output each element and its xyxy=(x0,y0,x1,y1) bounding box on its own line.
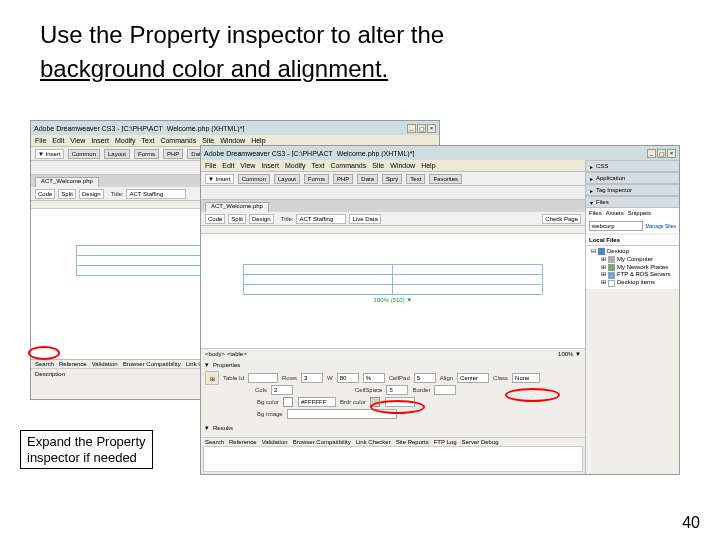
close-icon[interactable]: × xyxy=(427,124,436,133)
border-input[interactable] xyxy=(434,385,456,395)
cellpad-input[interactable]: 5 xyxy=(414,373,436,383)
lower-tab[interactable]: Reference xyxy=(59,361,87,367)
title-input[interactable]: ACT Staffing xyxy=(126,189,186,199)
tree-node[interactable]: ⊞FTP & RDS Servers xyxy=(589,271,676,279)
design-view-button[interactable]: Design xyxy=(249,214,274,224)
results-tab[interactable]: Validation xyxy=(262,439,288,445)
menu-item[interactable]: Insert xyxy=(261,162,279,169)
chevron-down-icon[interactable]: ▾ xyxy=(205,361,209,369)
close-icon[interactable]: × xyxy=(667,149,676,158)
files-tab[interactable]: Snippets xyxy=(628,210,651,217)
menu-item[interactable]: File xyxy=(35,137,46,144)
insert-tab[interactable]: Forms xyxy=(304,174,329,184)
insert-tab[interactable]: Favorites xyxy=(429,174,462,184)
results-tab[interactable]: Reference xyxy=(229,439,257,445)
title-input[interactable]: ACT Staffing xyxy=(296,214,346,224)
tree-node[interactable]: ⊞Desktop items xyxy=(589,279,676,287)
zoom-indicator[interactable]: 100% ▼ xyxy=(558,351,581,357)
code-view-button[interactable]: Code xyxy=(35,189,55,199)
menu-item[interactable]: Edit xyxy=(222,162,234,169)
site-select[interactable]: webcorp xyxy=(589,221,643,231)
tag-selector[interactable]: <body> <table> xyxy=(205,351,247,357)
panel-header-application[interactable]: ▸Application xyxy=(586,172,679,184)
lower-tab[interactable]: Browser Compatibility xyxy=(123,361,181,367)
w-input[interactable]: 80 xyxy=(337,373,359,383)
lower-tab[interactable]: Search xyxy=(35,361,54,367)
insert-tab[interactable]: Spry xyxy=(382,174,402,184)
menu-item[interactable]: File xyxy=(205,162,216,169)
check-page-button[interactable]: Check Page xyxy=(542,214,581,224)
design-view-button[interactable]: Design xyxy=(79,189,104,199)
menu-item[interactable]: Help xyxy=(251,137,265,144)
bgcolor-swatch[interactable] xyxy=(283,397,293,407)
tree-node[interactable]: ⊞My Network Places xyxy=(589,264,676,272)
menu-item[interactable]: Modify xyxy=(115,137,136,144)
menu-item[interactable]: Text xyxy=(312,162,325,169)
panel-header-css[interactable]: ▸CSS xyxy=(586,160,679,172)
insert-tab[interactable]: Forms xyxy=(134,149,159,159)
split-view-button[interactable]: Split xyxy=(58,189,76,199)
results-tab[interactable]: Site Reports xyxy=(396,439,429,445)
panel-header-taginspector[interactable]: ▸Tag Inspector xyxy=(586,184,679,196)
insert-tab[interactable]: Layout xyxy=(274,174,300,184)
insert-tab[interactable]: Layout xyxy=(104,149,130,159)
menu-item[interactable]: Window xyxy=(220,137,245,144)
files-tab[interactable]: Files xyxy=(589,210,602,217)
insert-panel-toggle[interactable]: ▼ Insert xyxy=(205,174,234,184)
insert-tab[interactable]: Common xyxy=(238,174,270,184)
manage-sites-link[interactable]: Manage Sites xyxy=(645,221,676,231)
live-data-button[interactable]: Live Data xyxy=(349,214,380,224)
menu-item[interactable]: Modify xyxy=(285,162,306,169)
chevron-down-icon[interactable]: ▾ xyxy=(205,424,209,432)
doc-tab[interactable]: ACT_Welcome.php xyxy=(205,202,269,212)
files-tab[interactable]: Assets xyxy=(606,210,624,217)
results-tab[interactable]: Server Debug xyxy=(462,439,499,445)
bgimage-input[interactable] xyxy=(287,409,397,419)
cellspace-input[interactable]: 5 xyxy=(386,385,408,395)
align-select[interactable]: Center xyxy=(457,373,489,383)
menu-item[interactable]: View xyxy=(70,137,85,144)
menu-item[interactable]: Text xyxy=(142,137,155,144)
results-tab[interactable]: FTP Log xyxy=(434,439,457,445)
bgcolor-input[interactable]: #FFFFFF xyxy=(298,397,336,407)
insert-tab[interactable]: PHP xyxy=(163,149,183,159)
insert-tab[interactable]: Data xyxy=(357,174,378,184)
right-design-canvas[interactable]: 100% (510) ▼ xyxy=(201,226,585,348)
split-view-button[interactable]: Split xyxy=(228,214,246,224)
table-on-canvas[interactable]: 100% (510) ▼ xyxy=(243,264,543,303)
doc-tab[interactable]: ACT_Welcome.php xyxy=(35,177,99,187)
results-tab[interactable]: Link Checker xyxy=(356,439,391,445)
code-view-button[interactable]: Code xyxy=(205,214,225,224)
brdrcolor-swatch[interactable] xyxy=(370,397,380,407)
insert-tab[interactable]: PHP xyxy=(333,174,353,184)
results-tab[interactable]: Search xyxy=(205,439,224,445)
plus-icon: ⊞ xyxy=(601,271,606,279)
w-unit-select[interactable]: % xyxy=(363,373,385,383)
menu-item[interactable]: Insert xyxy=(91,137,109,144)
minimize-icon[interactable]: _ xyxy=(647,149,656,158)
rows-input[interactable]: 3 xyxy=(301,373,323,383)
menu-item[interactable]: Window xyxy=(390,162,415,169)
lower-tab[interactable]: Validation xyxy=(92,361,118,367)
panel-header-files[interactable]: ▾Files xyxy=(586,196,679,208)
menu-item[interactable]: Commands xyxy=(160,137,196,144)
tableid-input[interactable] xyxy=(248,373,278,383)
maximize-icon[interactable]: ▢ xyxy=(657,149,666,158)
cols-input[interactable]: 2 xyxy=(271,385,293,395)
menu-item[interactable]: Site xyxy=(202,137,214,144)
menu-item[interactable]: Help xyxy=(421,162,435,169)
results-tab[interactable]: Browser Compatibility xyxy=(293,439,351,445)
tree-node[interactable]: ⊞My Computer xyxy=(589,256,676,264)
maximize-icon[interactable]: ▢ xyxy=(417,124,426,133)
class-select[interactable]: None xyxy=(512,373,540,383)
menu-item[interactable]: Site xyxy=(372,162,384,169)
insert-tab[interactable]: Text xyxy=(406,174,425,184)
insert-panel-toggle[interactable]: ▼ Insert xyxy=(35,149,64,159)
brdrcolor-input[interactable] xyxy=(385,397,415,407)
menu-item[interactable]: Commands xyxy=(330,162,366,169)
menu-item[interactable]: View xyxy=(240,162,255,169)
menu-item[interactable]: Edit xyxy=(52,137,64,144)
minimize-icon[interactable]: _ xyxy=(407,124,416,133)
tree-node[interactable]: ⊟Desktop xyxy=(589,248,676,256)
insert-tab[interactable]: Common xyxy=(68,149,100,159)
